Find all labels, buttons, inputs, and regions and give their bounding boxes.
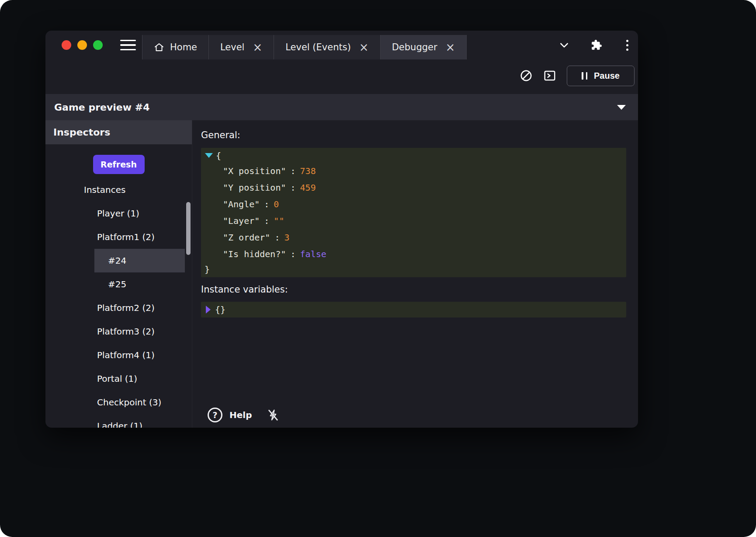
instances-section-label: Instances: [84, 184, 192, 196]
pause-label: Pause: [594, 71, 620, 81]
sidebar-scrollbar-thumb[interactable]: [186, 202, 191, 255]
pause-icon: [582, 72, 587, 80]
triangle-collapsed-icon[interactable]: [206, 306, 211, 314]
sidebar-header: Inspectors: [45, 120, 192, 144]
refresh-button[interactable]: Refresh: [93, 155, 145, 174]
tab-bar: Home Level × Level (Events) × Debugger ×: [142, 35, 467, 59]
minimize-window-button[interactable]: [77, 40, 87, 50]
help-label[interactable]: Help: [229, 410, 252, 420]
tab-level[interactable]: Level ×: [208, 35, 274, 59]
list-item-platform1[interactable]: Platform1 (2): [94, 225, 185, 249]
inspectors-sidebar: Inspectors Refresh Instances Player (1) …: [45, 120, 192, 428]
tab-debugger[interactable]: Debugger ×: [380, 35, 467, 59]
instance-variables-label: Instance variables:: [201, 283, 626, 296]
list-item-platform3[interactable]: Platform3 (2): [94, 320, 185, 343]
kebab-menu-icon[interactable]: [623, 40, 631, 51]
tab-label: Level (Events): [285, 42, 351, 52]
game-preview-bar[interactable]: Game preview #4: [45, 94, 638, 120]
list-item-instance-25[interactable]: #25: [94, 272, 185, 296]
desktop-background: Home Level × Level (Events) × Debugger ×: [0, 0, 756, 537]
property-value: 0: [274, 199, 279, 209]
property-key: "Is hidden?": [223, 249, 286, 259]
zoom-window-button[interactable]: [93, 40, 103, 50]
property-key: "X position": [223, 166, 286, 176]
help-row: ? Help: [208, 408, 280, 422]
list-item-portal[interactable]: Portal (1): [94, 367, 185, 391]
property-key: "Y position": [223, 182, 286, 193]
property-value: "": [274, 216, 284, 226]
preview-dropdown-chevron-icon[interactable]: [617, 105, 626, 110]
instance-list: Player (1) Platform1 (2) #24 #25 Platfor…: [94, 202, 185, 428]
property-angle: "Angle":0: [201, 196, 626, 213]
game-preview-title: Game preview #4: [54, 102, 149, 113]
flash-off-icon[interactable]: [267, 408, 280, 422]
extensions-puzzle-icon[interactable]: [591, 39, 602, 51]
tab-home[interactable]: Home: [142, 35, 208, 59]
property-key: "Angle": [223, 199, 260, 209]
property-layer: "Layer":"": [201, 213, 626, 229]
property-z-order: "Z order":3: [201, 229, 626, 246]
property-value: 3: [284, 232, 289, 243]
tab-label: Home: [170, 42, 197, 52]
titlebar: Home Level × Level (Events) × Debugger ×: [45, 31, 638, 59]
console-icon[interactable]: [543, 69, 556, 82]
close-tab-icon[interactable]: ×: [253, 42, 262, 53]
list-item-platform2[interactable]: Platform2 (2): [94, 296, 185, 320]
sidebar-body: Refresh Instances Player (1) Platform1 (…: [45, 144, 192, 428]
close-tab-icon[interactable]: ×: [359, 42, 369, 53]
app-window: Home Level × Level (Events) × Debugger ×: [45, 31, 638, 428]
list-item-instance-24[interactable]: #24: [94, 249, 185, 272]
open-brace: {: [201, 149, 626, 163]
list-item-ladder[interactable]: Ladder (1): [94, 414, 185, 428]
property-key: "Z order": [223, 232, 270, 243]
tab-label: Debugger: [392, 42, 437, 52]
hamburger-menu-icon[interactable]: [120, 40, 136, 51]
circle-slash-icon[interactable]: [520, 69, 533, 82]
list-item-player[interactable]: Player (1): [94, 202, 185, 225]
empty-object-value: {}: [215, 304, 225, 315]
tab-label: Level: [220, 42, 244, 52]
close-brace: }: [201, 262, 626, 276]
triangle-expanded-icon[interactable]: [205, 153, 213, 158]
property-key: "Layer": [223, 216, 260, 226]
property-is-hidden: "Is hidden?":false: [201, 246, 626, 262]
home-icon: [154, 42, 164, 52]
property-value: 459: [300, 182, 316, 193]
window-controls: [62, 40, 103, 50]
debugger-content: Inspectors Refresh Instances Player (1) …: [45, 120, 638, 428]
close-window-button[interactable]: [62, 40, 71, 50]
pause-button[interactable]: Pause: [567, 66, 635, 86]
list-item-checkpoint[interactable]: Checkpoint (3): [94, 391, 185, 414]
property-x-position: "X position":738: [201, 163, 626, 179]
close-tab-icon[interactable]: ×: [446, 42, 455, 53]
debugger-toolbar: Pause: [45, 59, 638, 92]
tab-level-events[interactable]: Level (Events) ×: [274, 35, 380, 59]
titlebar-right-icons: [558, 31, 638, 59]
property-value: false: [300, 249, 326, 259]
instance-variables-tree: {}: [201, 302, 626, 317]
property-value: 738: [300, 166, 316, 176]
property-y-position: "Y position":459: [201, 179, 626, 196]
list-item-platform4[interactable]: Platform4 (1): [94, 343, 185, 367]
help-circle-icon[interactable]: ?: [208, 408, 222, 422]
general-section-label: General:: [201, 129, 626, 141]
inspector-panel: General: { "X position":738 "Y position"…: [192, 120, 638, 428]
chevron-down-icon[interactable]: [558, 39, 570, 51]
general-properties-tree: { "X position":738 "Y position":459 "Ang…: [201, 148, 626, 277]
